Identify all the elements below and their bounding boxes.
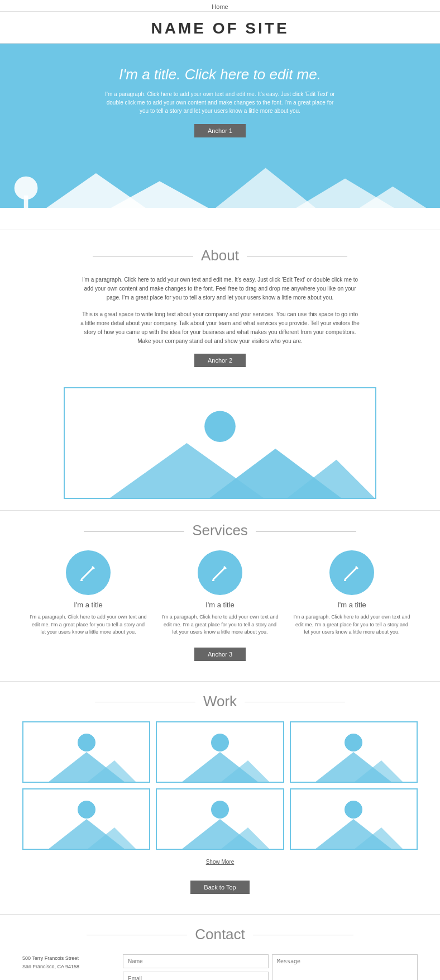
work-grid: [22, 721, 418, 850]
anchor-1-button[interactable]: Anchor 1: [194, 124, 246, 137]
service-title-2[interactable]: I'm a title: [161, 601, 279, 609]
work-thumb-5[interactable]: [156, 788, 284, 850]
contact-info: 500 Terry Francois Street San Francisco,…: [22, 954, 112, 981]
site-header: NAME OF SITE: [0, 12, 440, 44]
work-section: Work: [0, 682, 440, 915]
contact-form: Send: [123, 954, 418, 981]
svg-point-42: [345, 801, 362, 819]
svg-line-15: [213, 568, 224, 579]
spacer-1: [0, 208, 440, 230]
work-thumb-2[interactable]: [156, 721, 284, 783]
service-para-1[interactable]: I'm a paragraph. Click here to add your …: [29, 613, 147, 636]
email-input[interactable]: [123, 972, 269, 981]
contact-address-line1: 500 Terry Francois Street: [22, 954, 112, 963]
work-thumb-1[interactable]: [22, 721, 150, 783]
site-title: NAME OF SITE: [0, 20, 440, 37]
show-more-link[interactable]: Show More: [22, 859, 418, 865]
service-para-2[interactable]: I'm a paragraph. Click here to add your …: [161, 613, 279, 636]
services-title: Services: [22, 522, 418, 539]
anchor-2-button[interactable]: Anchor 2: [194, 354, 246, 367]
svg-marker-4: [213, 168, 319, 208]
top-nav: Home: [0, 0, 440, 12]
svg-line-12: [82, 568, 93, 579]
svg-point-38: [211, 801, 229, 819]
contact-inner: 500 Terry Francois Street San Francisco,…: [22, 954, 418, 981]
about-image-placeholder: [64, 387, 376, 499]
service-title-3[interactable]: I'm a title: [293, 601, 411, 609]
service-icon-1: [66, 550, 111, 595]
about-title: About: [22, 247, 418, 264]
service-item-3: I'm a title I'm a paragraph. Click here …: [293, 550, 411, 636]
work-title: Work: [22, 693, 418, 710]
service-icon-2: [198, 550, 242, 595]
service-icon-3: [329, 550, 374, 595]
work-thumb-4[interactable]: [22, 788, 150, 850]
message-input[interactable]: [272, 954, 418, 981]
service-title-1[interactable]: I'm a title: [29, 601, 147, 609]
svg-rect-1: [24, 196, 28, 208]
hero-title[interactable]: I'm a title. Click here to edit me.: [11, 66, 429, 83]
hero-section: I'm a title. Click here to edit me. I'm …: [0, 44, 440, 208]
contact-title: Contact: [22, 926, 418, 943]
svg-point-26: [211, 734, 229, 751]
service-item-1: I'm a title I'm a paragraph. Click here …: [29, 550, 147, 636]
work-thumb-3[interactable]: [290, 721, 418, 783]
services-section: Services I'm a title I'm a paragraph. Cl…: [0, 511, 440, 682]
about-para-2[interactable]: This is a great space to write long text…: [80, 310, 360, 346]
about-para-1[interactable]: I'm a paragraph. Click here to add your …: [80, 275, 360, 302]
anchor-3-button[interactable]: Anchor 3: [194, 648, 246, 661]
hero-mountains: [11, 152, 429, 208]
svg-point-8: [204, 411, 236, 442]
nav-home-link[interactable]: Home: [212, 3, 228, 10]
contact-address-line2: San Francisco, CA 94158: [22, 963, 112, 971]
work-thumb-6[interactable]: [290, 788, 418, 850]
svg-line-18: [345, 568, 356, 579]
svg-point-30: [345, 734, 362, 751]
svg-point-34: [78, 801, 95, 819]
back-to-top-button[interactable]: Back to Top: [190, 881, 249, 894]
contact-section: Contact 500 Terry Francois Street San Fr…: [0, 915, 440, 981]
svg-point-22: [78, 734, 95, 751]
about-section: About I'm a paragraph. Click here to add…: [0, 230, 440, 511]
service-item-2: I'm a title I'm a paragraph. Click here …: [161, 550, 279, 636]
hero-paragraph[interactable]: I'm a paragraph. Click here to add your …: [103, 90, 337, 115]
services-grid: I'm a title I'm a paragraph. Click here …: [22, 550, 418, 636]
service-para-3[interactable]: I'm a paragraph. Click here to add your …: [293, 613, 411, 636]
name-input[interactable]: [123, 954, 269, 968]
